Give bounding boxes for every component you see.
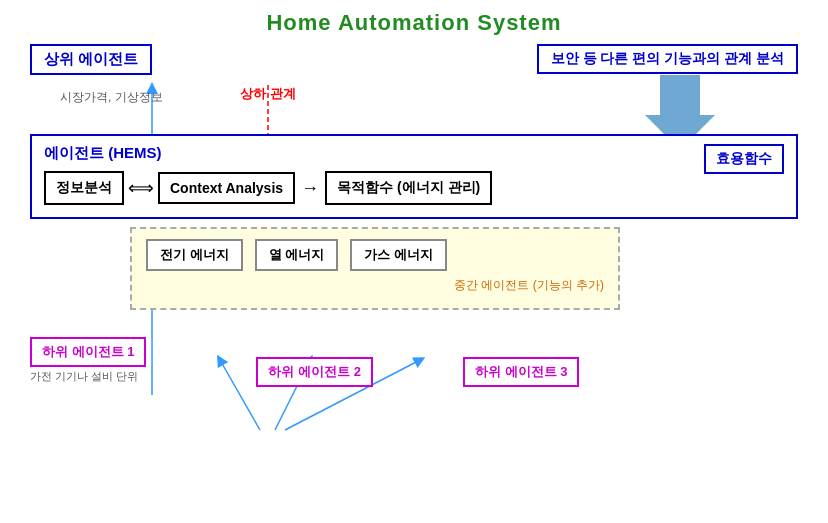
sub-area: 전기 에너지 열 에너지 가스 에너지 중간 에이전트 (기능의 추가) — [30, 227, 798, 337]
market-label: 시장가격, 기상정보 — [60, 89, 163, 106]
bottom-row: 하위 에이전트 1 가전 기기나 설비 단위 하위 에이전트 2 하위 에이전트… — [30, 337, 798, 387]
middle-agents-box: 전기 에너지 열 에너지 가스 에너지 중간 에이전트 (기능의 추가) — [130, 227, 620, 310]
hems-title: 에이전트 (HEMS) — [44, 144, 784, 163]
gas-energy-box: 가스 에너지 — [350, 239, 447, 271]
appliance-label: 가전 기기나 설비 단위 — [30, 369, 138, 384]
page-title: Home Automation System — [20, 10, 808, 36]
lower1-group: 하위 에이전트 1 가전 기기나 설비 단위 — [30, 337, 146, 384]
utility-fn-box: 효용함수 — [704, 144, 784, 174]
context-analysis-box: Context Analysis — [158, 172, 295, 204]
top-agent-box: 상위 에이전트 — [30, 44, 152, 75]
lower-agent-1-box: 하위 에이전트 1 — [30, 337, 146, 367]
hems-box: 에이전트 (HEMS) 효용함수 정보분석 ⟺ Context Analysis… — [30, 134, 798, 219]
security-box: 보안 등 다른 편의 기능과의 관계 분석 — [537, 44, 798, 74]
hems-inner-row: 정보분석 ⟺ Context Analysis → 목적함수 (에너지 관리) — [44, 171, 784, 205]
right-arrow-icon: → — [301, 178, 319, 199]
lower-agent-3-box: 하위 에이전트 3 — [463, 357, 579, 387]
arrow-label-area: 시장가격, 기상정보 상하 관계 — [30, 79, 798, 134]
lower-agent-2-box: 하위 에이전트 2 — [256, 357, 372, 387]
info-analysis-box: 정보분석 — [44, 171, 124, 205]
objective-fn-box: 목적함수 (에너지 관리) — [325, 171, 492, 205]
heat-energy-box: 열 에너지 — [255, 239, 339, 271]
energy-boxes-row: 전기 에너지 열 에너지 가스 에너지 — [146, 239, 604, 271]
middle-agents-label: 중간 에이전트 (기능의 추가) — [146, 277, 604, 294]
top-row: 상위 에이전트 보안 등 다른 편의 기능과의 관계 분석 — [20, 44, 808, 75]
page-container: Home Automation System — [0, 0, 828, 523]
hierarchy-label: 상하 관계 — [240, 85, 296, 103]
electric-energy-box: 전기 에너지 — [146, 239, 243, 271]
double-arrow-icon: ⟺ — [128, 177, 154, 199]
